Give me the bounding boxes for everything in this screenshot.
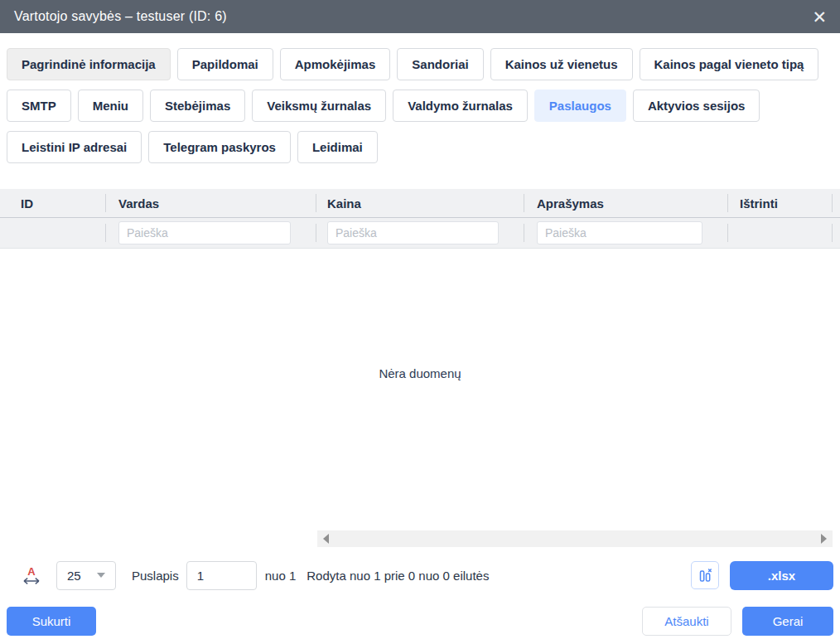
tab-paslaugos[interactable]: Paslaugos: [534, 90, 626, 122]
chevron-down-icon: [97, 573, 105, 578]
filter-cell-vardas: [105, 218, 316, 248]
column-header-kaina[interactable]: Kaina: [316, 189, 524, 217]
filter-cell-kaina: [316, 218, 524, 248]
table-header-row: ID Vardas Kaina Aprašymas Ištrinti: [0, 189, 840, 217]
table-filter-row: [0, 217, 840, 249]
columns-icon: [698, 568, 713, 583]
tab-veiksmu-zurnalas[interactable]: Veiksmų žurnalas: [252, 90, 386, 122]
filter-cell-id: [0, 218, 105, 248]
tab-apmokejimas[interactable]: Apmokėjimas: [280, 48, 391, 80]
services-table: ID Vardas Kaina Aprašymas Ištrinti Nėra …: [0, 189, 840, 530]
tab-leidimai[interactable]: Leidimai: [297, 131, 378, 163]
ok-button[interactable]: Gerai: [742, 607, 833, 636]
page-size-value: 25: [67, 569, 81, 583]
horizontal-scrollbar[interactable]: [317, 530, 833, 547]
close-icon[interactable]: ✕: [812, 8, 827, 26]
filter-kaina-input[interactable]: [327, 221, 499, 245]
tab-papildomai[interactable]: Papildomai: [177, 48, 273, 80]
table-body: Nėra duomenų: [0, 249, 840, 530]
tab-row-3: Leistini IP adresai Telegram paskyros Le…: [7, 131, 833, 163]
page-total-label: nuo 1: [265, 569, 297, 583]
tab-kainos-pagal-vieneto-tipa[interactable]: Kainos pagal vieneto tipą: [640, 48, 819, 80]
filter-aprasymas-input[interactable]: [537, 221, 702, 245]
export-xlsx-button[interactable]: .xlsx: [730, 561, 833, 590]
scroll-left-arrow-icon[interactable]: [323, 534, 329, 544]
tab-smtp[interactable]: SMTP: [7, 90, 71, 122]
autofit-columns-icon[interactable]: A: [22, 566, 41, 585]
column-header-id[interactable]: ID: [0, 189, 105, 217]
tab-row-2: SMTP Meniu Stebėjimas Veiksmų žurnalas V…: [7, 90, 833, 122]
tab-telegram-paskyros[interactable]: Telegram paskyros: [148, 131, 291, 163]
tab-valdymo-zurnalas[interactable]: Valdymo žurnalas: [393, 90, 528, 122]
tab-bar: Pagrindinė informacija Papildomai Apmokė…: [0, 33, 840, 163]
cancel-button[interactable]: Atšaukti: [642, 607, 731, 636]
tab-sandoriai[interactable]: Sandoriai: [397, 48, 483, 80]
modal-titlebar: Vartotojo savybės – testuser (ID: 6) ✕: [0, 0, 840, 33]
tab-leistini-ip-adresai[interactable]: Leistini IP adresai: [7, 131, 142, 163]
create-button[interactable]: Sukurti: [7, 607, 96, 636]
filter-vardas-input[interactable]: [118, 221, 291, 245]
dialog-actions: Sukurti Atšaukti Gerai: [0, 607, 840, 636]
page-number-input[interactable]: [186, 561, 257, 590]
filter-cell-istrinti: [727, 218, 832, 248]
scroll-right-arrow-icon[interactable]: [821, 534, 827, 544]
tab-row-1: Pagrindinė informacija Papildomai Apmokė…: [7, 48, 833, 80]
filter-cell-filler: [832, 218, 840, 248]
column-visibility-button[interactable]: [691, 561, 719, 589]
empty-state-text: Nėra duomenų: [379, 366, 461, 380]
rows-summary-label: Rodyta nuo 1 prie 0 nuo 0 eilutės: [307, 569, 489, 583]
tab-stebejimas[interactable]: Stebėjimas: [150, 90, 245, 122]
filter-cell-aprasymas: [524, 218, 727, 248]
page-label: Puslapis: [132, 569, 179, 583]
column-header-aprasymas[interactable]: Aprašymas: [524, 189, 727, 217]
tab-kainos-uz-vienetus[interactable]: Kainos už vienetus: [490, 48, 633, 80]
tab-aktyvios-sesijos[interactable]: Aktyvios sesijos: [633, 90, 760, 122]
tab-pagrindine-informacija[interactable]: Pagrindinė informacija: [7, 48, 171, 80]
column-header-istrinti[interactable]: Ištrinti: [727, 189, 832, 217]
column-header-vardas[interactable]: Vardas: [105, 189, 316, 217]
pagination-bar: A 25 Puslapis nuo 1 Rodyta nuo 1 prie 0 …: [0, 559, 840, 592]
page-size-select[interactable]: 25: [56, 561, 116, 590]
modal-title: Vartotojo savybės – testuser (ID: 6): [14, 9, 227, 24]
column-header-filler: [832, 189, 840, 217]
tab-meniu[interactable]: Meniu: [78, 90, 143, 122]
double-arrow-icon: [22, 577, 41, 585]
